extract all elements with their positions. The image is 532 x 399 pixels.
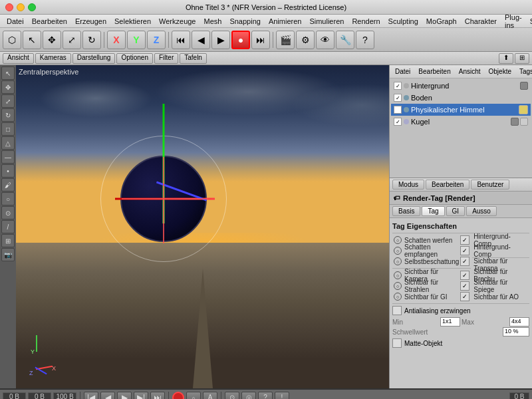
tl-next-frame[interactable]: ▶| xyxy=(134,392,148,400)
right-menu-objekte[interactable]: Objekte xyxy=(486,68,514,75)
minimize-button[interactable] xyxy=(17,3,25,11)
frame-start[interactable]: 0 B xyxy=(3,392,26,400)
tab-basis[interactable]: Basis xyxy=(392,206,420,216)
tab-gi[interactable]: GI xyxy=(446,206,466,216)
tl-settings-3[interactable]: ? xyxy=(258,392,273,400)
left-icon-knife[interactable]: / xyxy=(1,220,15,233)
right-menu-tags[interactable]: Tags xyxy=(517,68,532,75)
toolbar-anim-1[interactable]: ⏮ xyxy=(172,31,190,49)
menu-erzeugen[interactable]: Erzeugen xyxy=(71,15,110,27)
tl-auto-btn[interactable]: A xyxy=(203,392,217,400)
toolbar-move-btn[interactable]: ✥ xyxy=(43,31,61,49)
matte-checkbox[interactable] xyxy=(392,338,402,348)
aa-min-field[interactable]: 1x1 xyxy=(440,317,460,327)
left-icon-scale[interactable]: ⤢ xyxy=(1,94,15,108)
tl-prev-key[interactable]: |◀ xyxy=(84,392,98,400)
close-button[interactable] xyxy=(5,3,13,11)
viewport[interactable]: X Y Z Zentralperspektive xyxy=(16,65,389,388)
props-tab-benutzer[interactable]: Benutzer xyxy=(471,180,509,190)
tl-settings-1[interactable]: ⊙ xyxy=(225,392,239,400)
tl-settings-4[interactable]: ! xyxy=(275,392,289,400)
right-menu-datei[interactable]: Datei xyxy=(392,68,413,75)
scene-item-physhimmel[interactable]: ✓ Physikalischer Himmel xyxy=(391,104,531,116)
sub-kameras[interactable]: Kameras xyxy=(35,53,71,64)
tl-key-btn[interactable]: ⬦ xyxy=(186,392,201,400)
tl-record-btn[interactable] xyxy=(172,392,184,400)
prop-check[interactable]: ✓ xyxy=(460,292,469,301)
toolbar-mode-btn[interactable]: ⬡ xyxy=(3,31,21,49)
toolbar-select-btn[interactable]: ↖ xyxy=(23,31,41,49)
maximize-button[interactable] xyxy=(28,3,36,11)
prop-check[interactable]: ✓ xyxy=(460,246,469,255)
menu-bearbeiten[interactable]: Bearbeiten xyxy=(28,15,71,27)
frame-current[interactable]: 0 B xyxy=(28,392,51,400)
toolbar-record-btn[interactable]: ● xyxy=(231,31,250,49)
menu-werkzeuge[interactable]: Werkzeuge xyxy=(155,15,200,27)
prop-check[interactable]: ✓ xyxy=(460,257,469,266)
left-icon-cursor[interactable]: ↖ xyxy=(1,66,15,80)
menu-plugins[interactable]: Plug-ins xyxy=(501,15,526,27)
sub-darstellung[interactable]: Darstellung xyxy=(72,53,116,64)
menu-animieren[interactable]: Animieren xyxy=(265,15,306,27)
sub-navigate-1[interactable]: ⬆ xyxy=(499,53,513,64)
toolbar-z-btn[interactable]: Z xyxy=(147,31,166,49)
scene-item-hintergrund[interactable]: ✓ Hintergrund xyxy=(391,80,531,92)
left-icon-magnet[interactable]: ⊙ xyxy=(1,206,15,219)
aa-checkbox[interactable] xyxy=(392,306,402,315)
sub-ansicht[interactable]: Ansicht xyxy=(3,53,34,64)
toolbar-snap-btn[interactable]: 🔧 xyxy=(336,31,354,49)
tl-frame-indicator[interactable]: 0 B xyxy=(509,392,529,400)
sub-optionen[interactable]: Optionen xyxy=(116,53,153,64)
sub-navigate-2[interactable]: ⊞ xyxy=(515,53,529,64)
menu-mesh[interactable]: Mesh xyxy=(200,15,225,27)
visibility-check[interactable]: ✓ xyxy=(394,94,402,102)
right-menu-ansicht[interactable]: Ansicht xyxy=(456,68,483,75)
left-icon-rotate[interactable]: ↻ xyxy=(1,108,15,122)
props-tab-modus[interactable]: Modus xyxy=(392,180,424,190)
toolbar-render-btn[interactable]: 🎬 xyxy=(276,31,295,49)
menu-datei[interactable]: Datei xyxy=(3,15,28,27)
aa-max-field[interactable]: 4x4 xyxy=(509,317,529,327)
prop-check[interactable]: ✓ xyxy=(460,271,469,280)
left-icon-sphere[interactable]: ○ xyxy=(1,192,15,205)
toolbar-anim-2[interactable]: ◀ xyxy=(192,31,210,49)
visibility-check[interactable]: ✓ xyxy=(394,106,402,114)
tl-settings-2[interactable]: ◎ xyxy=(241,392,256,400)
toolbar-anim-3[interactable]: ▶ xyxy=(211,31,230,49)
menu-mograph[interactable]: MoGraph xyxy=(422,15,461,27)
left-icon-box[interactable]: □ xyxy=(1,122,15,136)
tl-prev-frame[interactable]: ◀ xyxy=(100,392,115,400)
tl-play[interactable]: ▶ xyxy=(117,392,132,400)
sub-tafeln[interactable]: Tafeln xyxy=(180,53,207,64)
prop-check[interactable]: ✓ xyxy=(460,281,469,291)
left-icon-move[interactable]: ✥ xyxy=(1,80,15,94)
sub-filter[interactable]: Filter xyxy=(154,53,178,64)
right-menu-bearbeiten[interactable]: Bearbeiten xyxy=(416,68,453,75)
frame-end[interactable]: 100 B xyxy=(53,392,76,400)
scene-item-kugel[interactable]: ✓ Kugel xyxy=(391,116,531,128)
left-icon-edge[interactable]: — xyxy=(1,150,15,164)
menu-snapping[interactable]: Snapping xyxy=(225,15,265,27)
sphere-object[interactable] xyxy=(120,156,207,242)
aa-sw-field[interactable]: 10 % xyxy=(503,327,529,336)
left-icon-point[interactable]: • xyxy=(1,164,15,178)
toolbar-rotate-btn[interactable]: ↻ xyxy=(82,31,101,49)
left-icon-poly[interactable]: △ xyxy=(1,136,15,150)
tl-next-key[interactable]: ⏭ xyxy=(150,392,165,400)
toolbar-view-btn[interactable]: 👁 xyxy=(316,31,334,49)
toolbar-rendsettings-btn[interactable]: ⚙ xyxy=(296,31,315,49)
left-icon-grid[interactable]: ⊞ xyxy=(1,234,15,247)
left-icon-paint[interactable]: 🖌 xyxy=(1,178,15,192)
toolbar-help-btn[interactable]: ? xyxy=(356,31,374,49)
menu-sculpting[interactable]: Sculpting xyxy=(384,15,422,27)
left-icon-camera[interactable]: 📷 xyxy=(1,248,15,261)
menu-selektieren[interactable]: Selektieren xyxy=(110,15,155,27)
menu-simulieren[interactable]: Simulieren xyxy=(305,15,348,27)
menu-skript[interactable]: Skript xyxy=(526,15,532,27)
scene-item-boden[interactable]: ✓ Boden xyxy=(391,92,531,104)
tab-ausso[interactable]: Ausso xyxy=(466,206,497,216)
menu-rendern[interactable]: Rendern xyxy=(348,15,384,27)
visibility-check[interactable]: ✓ xyxy=(394,82,402,90)
prop-check[interactable]: ✓ xyxy=(460,235,469,245)
toolbar-scale-btn[interactable]: ⤢ xyxy=(63,31,81,49)
